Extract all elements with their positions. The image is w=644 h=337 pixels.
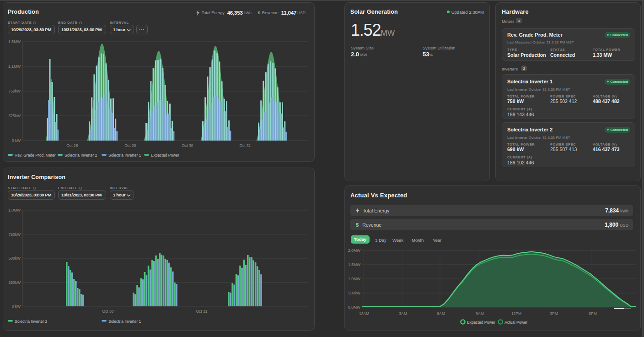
- svg-text:Oct 30: Oct 30: [102, 309, 113, 314]
- svg-text:750kW: 750kW: [9, 89, 21, 93]
- svg-text:Rev. Grade Prod. Meter: Rev. Grade Prod. Meter: [15, 153, 56, 158]
- svg-text:Oct 31: Oct 31: [239, 143, 251, 148]
- svg-text:750kW: 750kW: [9, 232, 21, 237]
- svg-text:3PM: 3PM: [550, 311, 558, 316]
- svg-text:375kW: 375kW: [9, 114, 21, 118]
- svg-text:Expected Power: Expected Power: [467, 320, 495, 325]
- svg-text:250kW: 250kW: [9, 280, 21, 285]
- svg-text:500kW: 500kW: [9, 256, 21, 261]
- svg-text:Expected Power: Expected Power: [151, 153, 179, 158]
- svg-text:12AM: 12AM: [359, 311, 369, 316]
- svg-text:6AM: 6AM: [437, 311, 445, 316]
- svg-text:0 kW: 0 kW: [12, 138, 21, 143]
- svg-text:1.5MW: 1.5MW: [348, 262, 360, 267]
- svg-text:Oct 30: Oct 30: [182, 143, 193, 148]
- svg-text:1.5MW: 1.5MW: [8, 39, 21, 44]
- svg-text:Oct 29: Oct 29: [124, 143, 136, 148]
- svg-text:Oct 31: Oct 31: [196, 309, 207, 314]
- svg-text:Solectria Inverter 2: Solectria Inverter 2: [64, 153, 97, 158]
- svg-text:Oct 28: Oct 28: [66, 143, 78, 148]
- svg-text:0.0MW: 0.0MW: [348, 305, 360, 310]
- svg-text:1.0MW: 1.0MW: [8, 208, 21, 212]
- svg-text:1.0MW: 1.0MW: [348, 277, 360, 281]
- svg-text:2.0MW: 2.0MW: [348, 248, 360, 253]
- svg-text:12PM: 12PM: [511, 311, 521, 316]
- svg-text:6PM: 6PM: [589, 311, 596, 316]
- svg-text:Solectria Inverter 1: Solectria Inverter 1: [108, 319, 141, 324]
- svg-text:Solectria Inverter 1: Solectria Inverter 1: [108, 153, 141, 158]
- svg-text:Actual Power: Actual Power: [504, 320, 527, 325]
- svg-text:Solectria Inverter 2: Solectria Inverter 2: [15, 319, 48, 324]
- svg-text:9AM: 9AM: [476, 311, 483, 316]
- svg-text:0 kW: 0 kW: [12, 304, 21, 309]
- svg-text:3AM: 3AM: [399, 311, 407, 316]
- svg-text:500kW: 500kW: [349, 291, 360, 295]
- svg-text:1.1MW: 1.1MW: [8, 64, 21, 69]
